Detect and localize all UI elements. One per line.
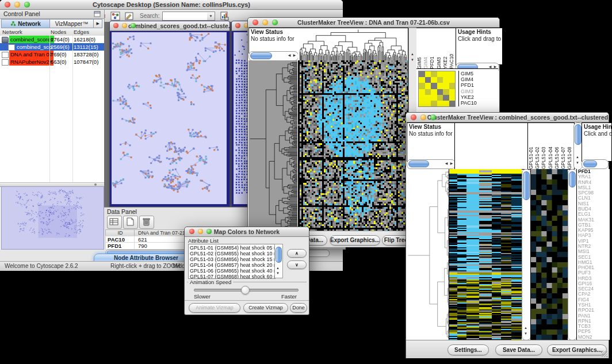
attribute-list-scrollbar[interactable]: ▲ ▼ (274, 244, 283, 278)
matrix-cell[interactable] (425, 77, 431, 83)
row-dendrogram[interactable] (248, 60, 297, 231)
resize-grip-icon[interactable] (601, 351, 607, 357)
vizmapper-icon[interactable] (110, 12, 120, 21)
treeview1-titlebar[interactable]: ClusterMaker TreeView : DNA and Tran 07-… (248, 18, 499, 28)
row-label[interactable]: GIM3 (461, 89, 500, 94)
maximize-icon[interactable] (430, 114, 436, 120)
column-dendrogram[interactable] (298, 28, 408, 62)
matrix-cell[interactable] (419, 77, 425, 83)
scroll-down-icon[interactable]: ▼ (575, 161, 580, 165)
scroll-down-icon[interactable]: ▼ (410, 58, 415, 62)
column-label[interactable]: GIM5 (416, 28, 423, 69)
scroll-up-icon[interactable]: ▲ (410, 52, 415, 56)
maximize-icon[interactable] (272, 20, 278, 25)
scroll-left-icon[interactable]: ◀ (287, 53, 292, 58)
matrix-cell[interactable] (449, 101, 456, 106)
matrix-cell[interactable] (443, 95, 449, 101)
attribute-list-item[interactable]: GPL51-07 (GSM868) heat shock 60 min (189, 274, 275, 279)
matrix-cell[interactable] (431, 83, 437, 89)
minimize-icon[interactable] (262, 20, 268, 25)
attribute-list-item[interactable]: GPL51-03 (GSM856) heat shock 15 min (189, 256, 275, 262)
scrollbar-thumb[interactable] (523, 171, 530, 200)
matrix-cell[interactable] (443, 71, 449, 77)
save-data-button[interactable]: Save Data... (495, 344, 542, 355)
scrollbar-thumb[interactable] (569, 171, 576, 187)
column-label[interactable]: PFD1 (429, 28, 435, 69)
scrollbar-thumb[interactable] (408, 160, 429, 167)
row-label[interactable]: GIM5 (461, 71, 500, 76)
minimize-icon[interactable] (198, 229, 203, 234)
scroll-up-icon[interactable]: ▲ (575, 155, 580, 159)
new-attribute-button[interactable] (123, 216, 138, 229)
matrix-cell[interactable] (419, 89, 425, 95)
attribute-list-item[interactable]: GPL51-01 (GSM854) heat shock 05 min (189, 245, 275, 251)
matrix-cell[interactable] (449, 83, 456, 89)
search-input[interactable] (162, 12, 208, 21)
column-label[interactable]: PAC10 (449, 28, 455, 69)
export-graphics-button[interactable]: Export Graphics... (547, 344, 607, 355)
tab-overflow-button[interactable]: ▶ (93, 19, 102, 28)
row-label[interactable]: PAC10 (461, 100, 500, 106)
network-list-row[interactable]: RNAPuberNov2+563(0)107847(0) (0, 58, 104, 66)
tab-network[interactable]: Network (1, 19, 49, 28)
column-dendrogram-area[interactable] (454, 122, 529, 170)
matrix-cell[interactable] (431, 71, 437, 77)
heatmap-canvas[interactable] (298, 60, 408, 231)
matrix-cell[interactable] (425, 83, 431, 89)
matrix-cell[interactable] (437, 95, 443, 101)
attribute-list-item[interactable]: GPL51-02 (GSM855) heat shock 10 min (189, 251, 275, 256)
network-overview[interactable] (1, 186, 104, 250)
scroll-down-icon[interactable]: ▼ (523, 332, 528, 336)
settings-button[interactable]: Settings... (447, 344, 489, 355)
animation-slider-thumb[interactable] (241, 286, 250, 294)
matrix-cell[interactable] (437, 83, 443, 89)
column-label[interactable]: GIM3 (436, 28, 442, 69)
minimize-icon[interactable] (122, 23, 127, 28)
matrix-cell[interactable] (419, 71, 425, 77)
gene-label[interactable]: MON2 (578, 335, 610, 340)
matrix-cell[interactable] (437, 89, 443, 95)
matrix-cell[interactable] (425, 89, 431, 95)
matrix-cell[interactable] (449, 77, 456, 83)
attribute-listbox[interactable]: GPL51-01 (GSM854) heat shock 05 minGPL51… (188, 244, 276, 279)
heatmap-vscrollbar[interactable]: ▲ ▼ (522, 169, 531, 340)
matrix-cell[interactable] (449, 89, 456, 95)
close-icon[interactable] (113, 23, 118, 28)
row-label[interactable]: GIM4 (461, 76, 500, 82)
matrix-cell[interactable] (443, 83, 449, 89)
maximize-icon[interactable] (206, 229, 212, 234)
scroll-left-icon[interactable]: ◀ (444, 162, 449, 166)
network-list-row[interactable]: combined_scores2764(0)16218(0) (0, 36, 104, 43)
scroll-right-icon[interactable]: ▶ (449, 162, 454, 166)
column-label[interactable]: GPL51-08 (GSM872) (567, 123, 573, 169)
animate-vizmap-button[interactable]: Animate Vizmap (189, 303, 240, 313)
scrollbar-thumb[interactable] (250, 52, 272, 59)
attribute-list-item[interactable]: GPL51-06 (GSM865) heat shock 40 min (189, 268, 275, 274)
heatmap-canvas[interactable] (449, 169, 522, 340)
create-vizmap-button[interactable]: Create Vizmap (243, 303, 288, 313)
tab-vizmapper[interactable]: VizMapper™ (49, 19, 93, 28)
scroll-right-icon[interactable]: ▶ (292, 53, 297, 58)
matrix-cell[interactable] (449, 95, 456, 101)
scrollbar-thumb[interactable] (575, 124, 582, 145)
matrix-cell[interactable] (419, 95, 425, 101)
matrix-cell[interactable] (431, 95, 437, 101)
matrix-cell[interactable] (431, 77, 437, 83)
export-graphics-button[interactable]: Export Graphics... (330, 235, 380, 246)
column-label[interactable]: GPL51-03 (GSM856) (541, 123, 547, 169)
matrix-cell[interactable] (437, 71, 443, 77)
col-nodes[interactable]: Nodes (51, 29, 66, 36)
minimize-icon[interactable] (14, 2, 20, 7)
attribute-list-item[interactable]: GPL51-04 (GSM857) heat shock 20 min (189, 262, 275, 268)
search-dropdown-button[interactable]: ▼ (207, 12, 215, 21)
matrix-cell[interactable] (443, 101, 449, 106)
close-icon[interactable] (5, 2, 10, 7)
table-mode-button[interactable] (107, 216, 122, 229)
treeview2-titlebar[interactable]: ClusterMaker TreeView : combined_scores_… (406, 113, 609, 122)
matrix-cell[interactable] (425, 71, 431, 77)
minimize-icon[interactable] (420, 114, 426, 120)
delete-attribute-button[interactable] (139, 216, 154, 229)
scroll-up-icon[interactable]: ▲ (276, 266, 280, 270)
network-list-row[interactable]: combined_sco2569(6)13112(15) (0, 43, 104, 51)
cytoscape-titlebar[interactable]: Cytoscape Desktop (Session Name: collins… (0, 0, 343, 10)
